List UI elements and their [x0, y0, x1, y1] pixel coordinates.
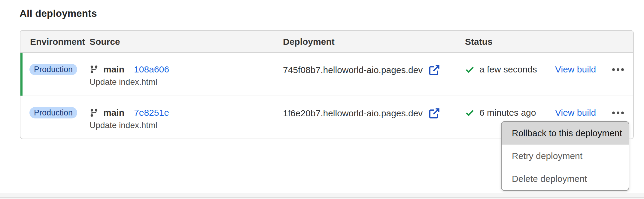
status-cell: a few seconds — [465, 63, 537, 76]
external-link-icon[interactable] — [428, 107, 441, 120]
check-icon — [465, 65, 475, 74]
deployment-context-menu: Rollback to this deployment Retry deploy… — [501, 121, 629, 191]
ellipsis-icon — [612, 68, 624, 71]
environment-badge: Production — [29, 64, 77, 75]
deployment-url: 1f6e20b7.helloworld-aio.pages.dev — [283, 108, 423, 118]
menu-item-delete[interactable]: Delete deployment — [502, 167, 629, 190]
deployments-page: All deployments Environment Source Deplo… — [0, 0, 644, 199]
deployment-cell: 1f6e20b7.helloworld-aio.pages.dev — [283, 106, 441, 120]
commit-link[interactable]: 108a606 — [134, 64, 169, 75]
branch-name: main — [103, 108, 124, 118]
column-header-source: Source — [90, 31, 120, 53]
section-divider — [0, 197, 644, 198]
section-divider-band — [0, 193, 644, 197]
environment-badge: Production — [29, 107, 77, 118]
deployment-url: 745f08b7.helloworld-aio.pages.dev — [283, 65, 423, 75]
row-menu-button[interactable] — [607, 104, 628, 121]
deployment-time: 6 minutes ago — [479, 108, 536, 118]
deployment-cell: 745f08b7.helloworld-aio.pages.dev — [283, 63, 441, 77]
table-row: Production main 108a606 Update index.htm… — [20, 53, 633, 96]
menu-item-retry[interactable]: Retry deployment — [502, 145, 629, 167]
external-link-icon[interactable] — [428, 64, 441, 76]
source-cell: main 108a606 — [90, 63, 169, 76]
row-menu-button[interactable] — [607, 61, 628, 78]
view-build-link[interactable]: View build — [555, 63, 596, 76]
commit-link[interactable]: 7e8251e — [134, 108, 169, 118]
branch-name: main — [103, 64, 124, 75]
deployment-time: a few seconds — [479, 64, 537, 75]
column-header-deployment: Deployment — [283, 31, 335, 53]
commit-message: Update index.html — [90, 120, 157, 130]
status-cell: 6 minutes ago — [465, 106, 536, 119]
check-icon — [465, 108, 475, 118]
git-branch-icon — [90, 65, 99, 74]
column-header-environment: Environment — [30, 31, 85, 53]
commit-message: Update index.html — [90, 77, 157, 87]
column-header-status: Status — [465, 31, 493, 53]
page-title: All deployments — [20, 8, 97, 19]
git-branch-icon — [90, 108, 99, 117]
menu-item-rollback[interactable]: Rollback to this deployment — [502, 122, 629, 145]
source-cell: main 7e8251e — [90, 106, 169, 119]
ellipsis-icon — [612, 112, 624, 114]
table-header-row: Environment Source Deployment Status — [20, 31, 633, 53]
active-deployment-indicator — [20, 53, 23, 96]
view-build-link[interactable]: View build — [555, 106, 596, 119]
